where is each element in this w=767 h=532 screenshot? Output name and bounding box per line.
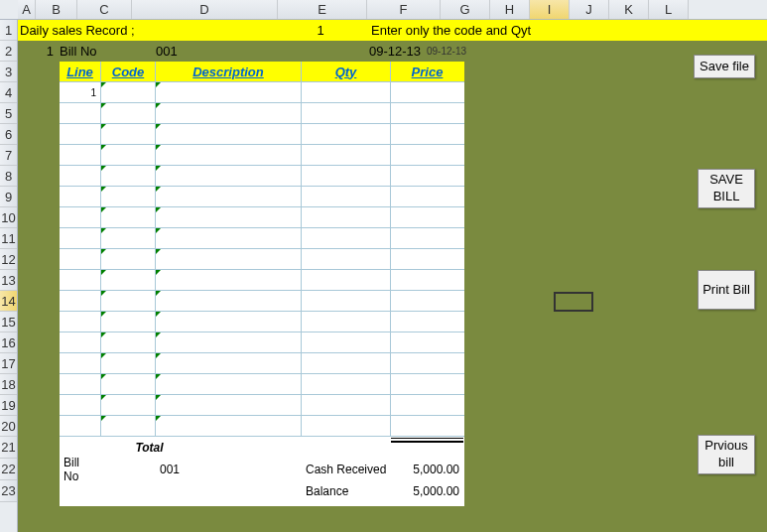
cell-desc[interactable] — [156, 124, 302, 144]
cell-desc[interactable] — [156, 166, 302, 186]
table-row[interactable] — [60, 291, 464, 312]
cell-qty[interactable] — [302, 416, 391, 436]
col-header-A[interactable]: A — [18, 0, 36, 19]
cell-price[interactable] — [391, 353, 463, 373]
cell-price[interactable] — [391, 312, 463, 332]
cell-qty[interactable] — [302, 103, 391, 123]
row-header-6[interactable]: 6 — [0, 124, 17, 145]
cell-code[interactable] — [101, 166, 156, 186]
row-header-20[interactable]: 20 — [0, 416, 17, 437]
cell-price[interactable] — [391, 207, 463, 227]
cell-line[interactable] — [60, 270, 101, 290]
table-row[interactable] — [60, 187, 464, 207]
cell-code[interactable] — [101, 395, 156, 415]
cell-line[interactable] — [60, 374, 101, 394]
cell-code[interactable] — [101, 207, 156, 227]
cell-price[interactable] — [391, 228, 463, 248]
cell-desc[interactable] — [156, 82, 302, 102]
table-row[interactable] — [60, 353, 464, 374]
col-header-H[interactable]: H — [490, 0, 530, 19]
cell-line[interactable] — [60, 166, 101, 186]
cell-qty[interactable] — [302, 312, 391, 332]
row-header-8[interactable]: 8 — [0, 166, 17, 187]
cell-qty[interactable] — [302, 207, 391, 227]
col-header-F[interactable]: F — [367, 0, 441, 19]
row-header-14[interactable]: 14 — [0, 291, 17, 312]
col-header-L[interactable]: L — [649, 0, 689, 19]
cell-line[interactable] — [60, 353, 101, 373]
cell-line[interactable]: 1 — [60, 82, 101, 102]
cell-desc[interactable] — [156, 103, 302, 123]
cell-qty[interactable] — [302, 395, 391, 415]
row-header-23[interactable]: 23 — [0, 480, 17, 502]
table-row[interactable] — [60, 270, 464, 291]
table-row[interactable] — [60, 124, 464, 145]
row-header-5[interactable]: 5 — [0, 103, 17, 124]
cell-price[interactable] — [391, 291, 463, 311]
cell-qty[interactable] — [302, 374, 391, 394]
cell-code[interactable] — [101, 312, 156, 332]
table-row[interactable] — [60, 395, 464, 416]
row-header-18[interactable]: 18 — [0, 374, 17, 395]
cell-code[interactable] — [101, 291, 156, 311]
cell-desc[interactable] — [156, 332, 302, 352]
cell-line[interactable] — [60, 124, 101, 144]
row-header-17[interactable]: 17 — [0, 353, 17, 374]
cell-desc[interactable] — [156, 291, 302, 311]
cell-qty[interactable] — [302, 291, 391, 311]
cell-line[interactable] — [60, 416, 101, 436]
header-price[interactable]: Price — [391, 62, 463, 81]
row-header-19[interactable]: 19 — [0, 395, 17, 416]
cell-line[interactable] — [60, 103, 101, 123]
col-header-B[interactable]: B — [36, 0, 77, 19]
col-header-G[interactable]: G — [441, 0, 490, 19]
col-header-E[interactable]: E — [278, 0, 367, 19]
row-header-22[interactable]: 22 — [0, 459, 17, 480]
cell-line[interactable] — [60, 332, 101, 352]
cell-price[interactable] — [391, 187, 463, 206]
cell-qty[interactable] — [302, 187, 391, 206]
cell-desc[interactable] — [156, 353, 302, 373]
cell-desc[interactable] — [156, 312, 302, 332]
header-line[interactable]: Line — [60, 62, 101, 81]
cell-price[interactable] — [391, 249, 463, 269]
cell-line[interactable] — [60, 395, 101, 415]
header-qty[interactable]: Qty — [302, 62, 391, 81]
cell-line[interactable] — [60, 187, 101, 206]
table-row[interactable] — [60, 416, 464, 437]
cell-code[interactable] — [101, 103, 156, 123]
cell-qty[interactable] — [302, 249, 391, 269]
table-row[interactable]: 1 — [60, 82, 464, 103]
cell-desc[interactable] — [156, 145, 302, 165]
cell-qty[interactable] — [302, 124, 391, 144]
row-header-9[interactable]: 9 — [0, 187, 17, 207]
cell-code[interactable] — [101, 228, 156, 248]
cell-qty[interactable] — [302, 82, 391, 102]
col-header-C[interactable]: C — [77, 0, 132, 19]
cell-price[interactable] — [391, 395, 463, 415]
table-row[interactable] — [60, 332, 464, 353]
row-header-10[interactable]: 10 — [0, 207, 17, 228]
cell-price[interactable] — [391, 374, 463, 394]
row-header-11[interactable]: 11 — [0, 228, 17, 249]
row-header-21[interactable]: 21 — [0, 437, 17, 459]
table-row[interactable] — [60, 145, 464, 166]
cell-qty[interactable] — [302, 332, 391, 352]
cell-code[interactable] — [101, 187, 156, 206]
col-header-I[interactable]: I — [530, 0, 570, 19]
table-row[interactable] — [60, 207, 464, 228]
cell-price[interactable] — [391, 124, 463, 144]
cell-desc[interactable] — [156, 207, 302, 227]
cell-code[interactable] — [101, 82, 156, 102]
cell-price[interactable] — [391, 145, 463, 165]
row-header-4[interactable]: 4 — [0, 82, 17, 103]
col-header-D[interactable]: D — [132, 0, 278, 19]
table-row[interactable] — [60, 312, 464, 332]
col-header-K[interactable]: K — [609, 0, 649, 19]
cell-line[interactable] — [60, 228, 101, 248]
cell-qty[interactable] — [302, 228, 391, 248]
table-row[interactable] — [60, 228, 464, 249]
cell-line[interactable] — [60, 312, 101, 332]
cell-code[interactable] — [101, 270, 156, 290]
table-row[interactable] — [60, 103, 464, 124]
